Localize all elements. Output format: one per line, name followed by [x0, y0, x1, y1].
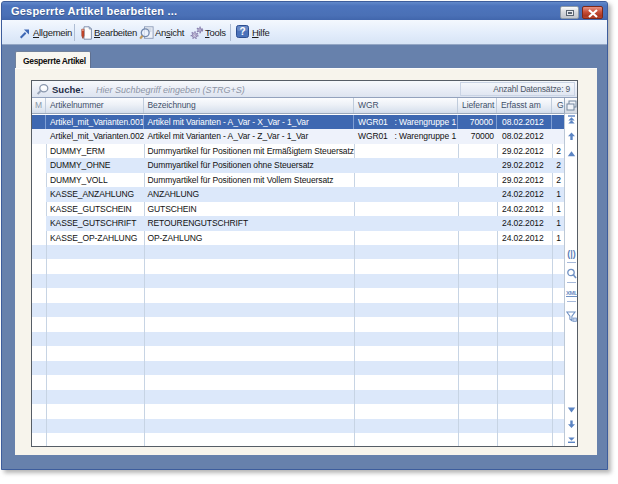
svg-text:?: ?: [240, 26, 246, 37]
